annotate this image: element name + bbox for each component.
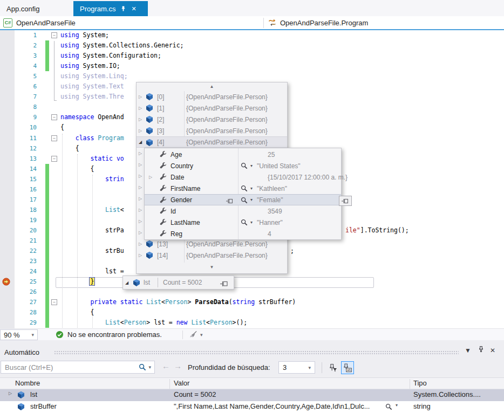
show-values-inline-toggle[interactable]: ab (341, 361, 354, 374)
expander-collapsed-icon[interactable]: ▷ (139, 208, 144, 212)
window-position-icon[interactable]: ▼ (463, 347, 473, 354)
text-visualizer-icon[interactable] (241, 197, 248, 205)
close-icon[interactable]: ✕ (488, 347, 498, 354)
search-depth-dropdown[interactable]: 3 ▾ (278, 361, 315, 374)
fold-collapse-icon[interactable]: – (51, 114, 57, 120)
datatip-list-item[interactable]: ▷[13]{OpenAndParseFile.Person} (137, 238, 287, 250)
code-line[interactable]: 29 List<Person> lst = new List<Person>()… (0, 318, 504, 328)
pin-icon[interactable] (476, 346, 486, 354)
pin-icon[interactable] (120, 5, 126, 12)
text-visualizer-icon[interactable] (241, 162, 248, 171)
expander-collapsed-icon[interactable]: ▷ (139, 196, 144, 201)
fold-collapse-icon[interactable]: – (51, 32, 57, 38)
fold-collapse-icon[interactable]: – (51, 135, 57, 141)
code-line[interactable]: 2using System.Collections.Generic; (0, 40, 504, 51)
code-line[interactable]: 5using System.Linq; (0, 71, 504, 81)
tab-program-cs[interactable]: Program.cs ✕ (73, 1, 148, 16)
search-icon[interactable] (139, 363, 146, 371)
fold-collapse-icon[interactable]: – (51, 299, 57, 305)
column-resize-handle[interactable] (169, 379, 170, 389)
chevron-down-icon[interactable]: ▾ (250, 186, 253, 191)
zoom-level-dropdown[interactable]: 90 % ▾ (0, 329, 38, 340)
autos-title-bar[interactable]: Automático ▼ ✕ (0, 345, 504, 359)
expander-collapsed-icon[interactable]: ▷ (139, 174, 144, 178)
datatip-list-item[interactable]: ▷[0]{OpenAndParseFile.Person} (137, 91, 287, 102)
search-box[interactable]: ▾ (1, 361, 155, 374)
chevron-down-icon[interactable]: ▾ (250, 220, 253, 225)
scroll-down-icon[interactable]: ▼ (137, 263, 287, 272)
datatip-list-item[interactable]: ▷[14]{OpenAndParseFile.Person} (137, 250, 287, 261)
datatip-list-item[interactable]: ▷[2]{OpenAndParseFile.Person} (137, 114, 287, 125)
datatip-list-item[interactable]: ▷[3]{OpenAndParseFile.Person} (137, 125, 287, 136)
code-text: { (60, 122, 64, 133)
expander-collapsed-icon[interactable]: ▷ (139, 106, 144, 111)
expander-expanded-icon[interactable]: ◢ (125, 280, 128, 285)
expander-collapsed-icon[interactable]: ▷ (139, 94, 144, 99)
expander-collapsed-icon[interactable]: ▷ (139, 162, 144, 167)
scroll-up-icon[interactable]: ▲ (137, 82, 287, 91)
datatip-list-item[interactable]: ◢[4]{OpenAndParseFile.Person} (137, 136, 287, 148)
current-statement-arrow-icon[interactable] (2, 278, 10, 287)
code-line[interactable]: 26 (0, 287, 504, 297)
chevron-down-icon[interactable]: ▾ (250, 163, 253, 168)
expander-collapsed-icon[interactable]: ▷ (139, 219, 144, 224)
type-dropdown[interactable]: OpenAndParseFile.Program (268, 17, 368, 28)
datatip-member-row[interactable]: Gender▾"Female" (145, 194, 341, 205)
forward-arrow-icon[interactable]: → (174, 361, 182, 370)
datatip-member-row[interactable]: Id3549 (145, 205, 341, 217)
code-line[interactable]: 25 } (0, 277, 504, 287)
line-number: 2 (15, 40, 37, 51)
chevron-down-icon[interactable]: ▾ (148, 364, 151, 370)
code-cleanup-button[interactable]: ▾ (189, 331, 203, 339)
text-visualizer-icon[interactable] (241, 219, 248, 228)
expander-collapsed-icon[interactable]: ▷ (139, 242, 144, 246)
expander-collapsed-icon[interactable]: ▷ (139, 117, 144, 122)
code-line[interactable]: 1–using System; (0, 30, 504, 40)
drag-grip[interactable] (54, 350, 459, 354)
expander-collapsed-icon[interactable]: ▷ (139, 128, 144, 133)
column-header-valor[interactable]: Valor (174, 379, 189, 387)
back-arrow-icon[interactable]: ← (162, 361, 170, 370)
pin-icon[interactable] (220, 280, 229, 288)
column-resize-handle[interactable] (410, 379, 410, 389)
datatip-root[interactable]: ◢ lst Count = 5002 (122, 276, 234, 290)
column-header-nombre[interactable]: Nombre (15, 379, 40, 387)
flag-pinned-button[interactable] (326, 361, 339, 374)
health-indicator[interactable]: No se encontraron problemas. (56, 331, 162, 339)
pin-icon[interactable] (339, 196, 352, 206)
expander-collapsed-icon[interactable]: ▷ (149, 175, 152, 180)
fold-collapse-icon[interactable]: – (51, 156, 57, 162)
table-header[interactable]: Nombre Valor Tipo (0, 377, 504, 389)
expander-collapsed-icon[interactable]: ▷ (139, 151, 144, 156)
expander-collapsed-icon[interactable]: ▷ (9, 391, 12, 396)
datatip-member-row[interactable]: Age25 (145, 149, 341, 160)
datatip-member-row[interactable]: FirstName▾"Kathleen" (145, 183, 341, 194)
code-line[interactable]: 4using System.IO; (0, 61, 504, 71)
chevron-down-icon[interactable]: ▾ (396, 403, 398, 408)
project-dropdown[interactable]: C# OpenAndParseFile (3, 17, 76, 28)
datatip-member-row[interactable]: LastName▾"Hanner" (145, 217, 341, 228)
tab-app-config[interactable]: App.config (0, 1, 72, 16)
datatip-member-row[interactable]: Country▾"United States" (145, 160, 341, 171)
autos-table-row[interactable]: strBuffer",First Name,Last Name,Gender,C… (0, 401, 504, 413)
code-line[interactable]: 27– private static List<Person> ParseDat… (0, 297, 504, 307)
datatip-list-item[interactable]: ▷[1]{OpenAndParseFile.Person} (137, 102, 287, 114)
expander-collapsed-icon[interactable]: ▷ (139, 253, 144, 258)
datatip-members-popup[interactable]: Age25Country▾"United States"▷Date{15/10/… (144, 148, 342, 240)
code-line[interactable]: 28 { (0, 307, 504, 318)
text-visualizer-icon[interactable] (241, 185, 248, 194)
autos-table-row[interactable]: ▷lstCount = 5002System.Collections.... (0, 389, 504, 401)
datatip-member-row[interactable]: ▷Date{15/10/2017 12:00:00 a. m.} (145, 171, 341, 183)
expander-collapsed-icon[interactable]: ▷ (139, 230, 144, 235)
column-header-tipo[interactable]: Tipo (413, 379, 427, 387)
close-icon[interactable]: ✕ (131, 5, 136, 12)
datatip-member-row[interactable]: Reg4 (145, 228, 341, 239)
pin-icon[interactable] (226, 197, 234, 205)
text-visualizer-icon[interactable] (385, 403, 392, 412)
expander-collapsed-icon[interactable]: ▷ (139, 185, 144, 190)
object-cube-icon (146, 127, 153, 136)
chevron-down-icon[interactable]: ▾ (250, 197, 253, 202)
search-input[interactable] (1, 363, 139, 371)
expander-expanded-icon[interactable]: ◢ (139, 140, 144, 144)
code-line[interactable]: 3using System.Configuration; (0, 51, 504, 61)
